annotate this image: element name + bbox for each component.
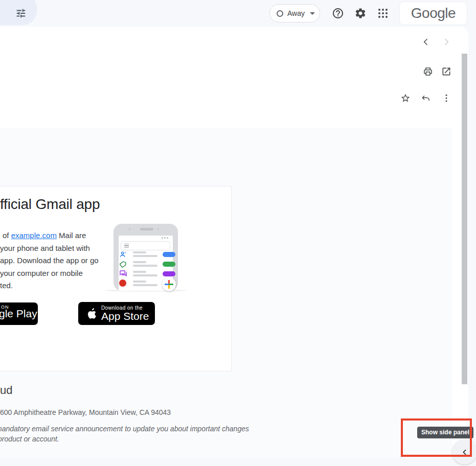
body-line-3: app. Download the app or go <box>0 254 118 267</box>
reply-icon[interactable] <box>421 93 431 103</box>
apps-grid-icon[interactable] <box>377 7 389 19</box>
caret-down-icon <box>310 12 315 15</box>
text-bar <box>133 251 146 253</box>
tune-icon[interactable] <box>15 8 27 19</box>
footer-note-line-1: mandatory email service announcement to … <box>0 425 249 433</box>
green-pill <box>163 262 175 267</box>
help-icon[interactable] <box>332 7 344 19</box>
email-heading: fficial Gmail app <box>0 196 100 213</box>
text-bar <box>133 284 157 286</box>
older-message-button[interactable] <box>441 37 451 47</box>
chevron-left-icon <box>461 448 469 456</box>
star-icon[interactable] <box>400 93 411 103</box>
phone-search-bar <box>121 241 170 250</box>
status-circle-icon <box>277 10 283 17</box>
blue-pill <box>163 252 175 257</box>
scrollbar[interactable] <box>462 54 467 384</box>
phone-camera-dot <box>129 228 130 230</box>
plus-fab-icon <box>162 277 176 291</box>
footer-note-line-2: product or account. <box>0 435 59 443</box>
apple-icon <box>85 307 97 321</box>
status-selector[interactable]: Away <box>269 4 320 22</box>
body-line-5: ted. <box>0 279 118 292</box>
settings-gear-icon[interactable] <box>354 7 367 19</box>
open-in-new-icon[interactable] <box>441 66 451 77</box>
google-logo-card[interactable]: Google <box>399 2 467 25</box>
play-badge-bottom-text: gle Play <box>0 308 37 320</box>
purple-pill <box>163 271 175 276</box>
footer-address: 600 Amphitheatre Parkway, Mountain View,… <box>0 408 171 416</box>
text-bar <box>133 261 146 263</box>
newer-message-button[interactable] <box>421 37 431 47</box>
gmail-window: { "topbar": { "status_label": "Away", "l… <box>0 0 476 466</box>
text-bar <box>133 255 157 257</box>
google-logo: Google <box>411 5 456 21</box>
more-vert-icon[interactable] <box>441 93 451 103</box>
text-bar <box>133 265 157 267</box>
phone-camera-dot <box>157 228 159 230</box>
body-line-4: your computer or mobile <box>0 267 118 280</box>
store-badge-text: Download on the App Store <box>101 305 149 322</box>
top-app-bar: Away Google <box>0 0 476 27</box>
store-badge-bottom-text: App Store <box>101 311 149 322</box>
footer-brand: ud <box>0 384 12 397</box>
record-dot <box>119 279 126 287</box>
email-body-text: of example.com Mail are your phone and t… <box>0 229 118 292</box>
phone-status-icons <box>162 237 168 239</box>
hamburger-icon <box>124 244 129 245</box>
status-label: Away <box>287 9 305 17</box>
phone-speaker <box>140 228 153 230</box>
print-icon[interactable] <box>423 66 433 77</box>
app-store-badge[interactable]: Download on the App Store <box>78 302 155 325</box>
text-bar <box>133 271 146 273</box>
body-line-2: your phone and tablet with <box>0 242 118 255</box>
chat-icon <box>119 270 127 278</box>
show-side-panel-tooltip: Show side panel <box>417 427 473 438</box>
example-link[interactable]: example.com <box>11 231 57 240</box>
body-line-1: of example.com Mail are <box>0 229 118 242</box>
text-bar <box>133 281 146 283</box>
text-bar <box>133 274 157 276</box>
contacts-icon <box>119 250 127 259</box>
show-side-panel-button[interactable] <box>452 439 476 464</box>
